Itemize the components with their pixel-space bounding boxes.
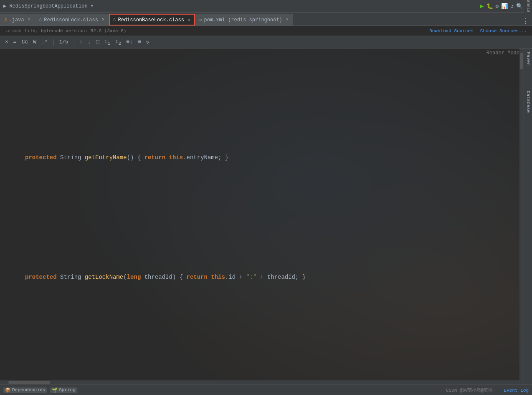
code-line bbox=[25, 346, 532, 355]
close-search-btn[interactable]: × bbox=[3, 38, 10, 46]
code-line bbox=[25, 199, 532, 208]
code-line: protected String getLockName(long thread… bbox=[25, 273, 532, 282]
status-dependencies[interactable]: 📦 Dependencies bbox=[3, 387, 47, 393]
format-btn-2[interactable]: ↕2 bbox=[114, 38, 123, 47]
tab-redisson-base-lock[interactable]: C RedissonBaseLock.class × bbox=[109, 14, 195, 25]
tabs-overflow[interactable]: ⋮ bbox=[519, 17, 532, 25]
spring-label: Spring bbox=[59, 387, 76, 392]
tab-redisson-lock-close[interactable]: × bbox=[102, 18, 104, 22]
top-bar-app-label: ▶ RedisSpringbootApplication ▾ bbox=[3, 3, 94, 9]
class-icon-2: C bbox=[113, 18, 116, 23]
next-result-btn[interactable]: ↓ bbox=[86, 38, 93, 46]
tab-redisson-base-lock-close[interactable]: × bbox=[188, 18, 190, 23]
format-btn-1[interactable]: ↕1 bbox=[103, 38, 112, 47]
choose-sources-link[interactable]: Choose Sources... bbox=[480, 28, 527, 33]
code-line: protected String getEntryName() { return… bbox=[25, 153, 532, 162]
class-icon-1: C bbox=[39, 18, 42, 23]
horizontal-scrollbar[interactable] bbox=[0, 380, 519, 385]
tab-redisson-lock-label: RedissonLock.class bbox=[44, 17, 98, 23]
tab-pom-xml-close[interactable]: × bbox=[286, 18, 289, 22]
java-icon: J bbox=[4, 18, 7, 23]
case-sensitive-btn[interactable]: Cc bbox=[20, 38, 30, 46]
dependencies-icon: 📦 bbox=[5, 387, 11, 393]
search-icon[interactable]: 🔍 bbox=[516, 3, 523, 10]
build-icon[interactable]: ⚙ bbox=[496, 3, 499, 10]
debug-icon[interactable]: 🐛 bbox=[486, 3, 493, 10]
vertical-scrollbar[interactable] bbox=[519, 48, 524, 385]
file-info-text: .class file, bytecode version: 52.0 (Jav… bbox=[5, 28, 126, 33]
tab-bar: J .java × C RedissonLock.class × C Redis… bbox=[0, 13, 532, 26]
xml-icon: m bbox=[199, 18, 202, 23]
list-btn[interactable]: ≡ bbox=[136, 38, 143, 46]
spring-icon: 🌱 bbox=[52, 387, 58, 393]
maven-sidebar-label[interactable]: Maven bbox=[526, 52, 531, 66]
refresh-icon[interactable]: ↺ bbox=[510, 3, 514, 10]
top-bar: ▶ RedisSpringbootApplication ▾ ▶ 🐛 ⚙ 📊 ↺… bbox=[0, 0, 532, 13]
file-info-bar: .class file, bytecode version: 52.0 (Jav… bbox=[0, 26, 532, 36]
align-btn[interactable]: ≡↕ bbox=[124, 38, 134, 46]
file-info-links: Download Sources Choose Sources... bbox=[429, 28, 527, 33]
tab-pom-xml[interactable]: m pom.xml (redis_springboot) × bbox=[195, 14, 293, 25]
tab-java-label: .java bbox=[9, 17, 24, 23]
translate-sidebar: Translate bbox=[524, 0, 532, 13]
undo-btn[interactable]: ↩ bbox=[12, 38, 18, 46]
status-bar-left: 📦 Dependencies 🌱 Spring bbox=[3, 387, 77, 393]
dependencies-label: Dependencies bbox=[12, 387, 45, 392]
search-counter: 1/5 bbox=[57, 39, 71, 45]
toolbar-sep-1 bbox=[53, 39, 53, 46]
status-spring[interactable]: 🌱 Spring bbox=[50, 387, 77, 393]
code-lines-container: protected String getEntryName() { return… bbox=[0, 48, 532, 385]
code-area: Reader Mode Maven Database protected Str… bbox=[0, 48, 532, 385]
tab-java[interactable]: J .java × bbox=[0, 14, 35, 25]
right-sidebar: Maven Database bbox=[524, 48, 532, 385]
prev-result-btn[interactable]: ↑ bbox=[78, 38, 84, 46]
h-scrollbar-thumb bbox=[8, 381, 50, 384]
database-sidebar-label[interactable]: Database bbox=[526, 91, 531, 113]
whole-word-btn[interactable]: W bbox=[31, 38, 38, 46]
download-sources-link[interactable]: Download Sources bbox=[429, 28, 474, 33]
status-bar: 📦 Dependencies 🌱 Spring CSDN @呆萌小新@淇浩 Ev… bbox=[0, 385, 532, 395]
tab-pom-xml-label: pom.xml (redis_springboot) bbox=[204, 17, 282, 23]
expand-btn[interactable]: □ bbox=[94, 38, 101, 46]
toolbar-sep-2 bbox=[74, 39, 74, 46]
tab-redisson-lock[interactable]: C RedissonLock.class × bbox=[35, 14, 109, 25]
status-bar-right: CSDN @呆萌小新@淇浩 Event Log bbox=[446, 387, 529, 393]
csdn-watermark: CSDN @呆萌小新@淇浩 bbox=[446, 388, 493, 393]
event-log-link[interactable]: Event Log bbox=[504, 388, 529, 393]
tab-java-close[interactable]: × bbox=[28, 18, 30, 22]
code-content: protected String getEntryName() { return… bbox=[0, 48, 532, 385]
top-bar-actions: ▶ 🐛 ⚙ 📊 ↺ 🔍 ⬆ Translate bbox=[480, 3, 529, 10]
reader-mode-button[interactable]: Reader Mode bbox=[486, 50, 519, 56]
regex-btn[interactable]: .* bbox=[40, 38, 50, 46]
tab-redisson-base-lock-label: RedissonBaseLock.class bbox=[118, 17, 184, 23]
code-line bbox=[25, 89, 532, 116]
profile-icon[interactable]: 📊 bbox=[501, 3, 508, 10]
code-line bbox=[25, 227, 532, 236]
scrollbar-thumb bbox=[520, 53, 523, 69]
code-line bbox=[25, 319, 532, 328]
filter-btn[interactable]: ▽ bbox=[144, 38, 151, 46]
secondary-toolbar: × ↩ Cc W .* 1/5 ↑ ↓ □ ↕1 ↕2 ≡↕ ≡ ▽ bbox=[0, 36, 532, 48]
run-icon[interactable]: ▶ bbox=[480, 3, 484, 10]
